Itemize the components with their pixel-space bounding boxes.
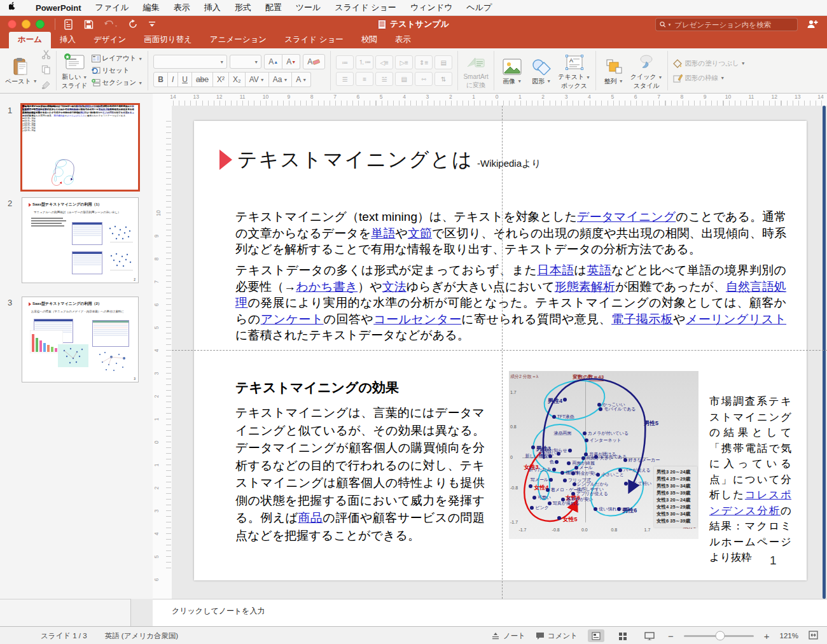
effect-heading[interactable]: テキストマイニングの効果 (235, 379, 399, 396)
menu-item-9[interactable]: ウィンドウ (403, 2, 460, 13)
menu-item-4[interactable]: 挿入 (197, 2, 228, 13)
redo-icon[interactable] (128, 19, 138, 29)
effect-paragraph[interactable]: テキストマイニングは、言葉的にはデータマイニングと似ているが、その効果は異なる。… (235, 404, 485, 544)
shrink-font-button[interactable]: A▼ (282, 54, 300, 69)
quick-styles-button[interactable]: クイック ▼ スタイル (630, 53, 663, 89)
slide-thumbnail-3[interactable]: Saas型テキストマイニングの利用（2） お客様への提案（マニュアルのメディア・… (22, 297, 139, 382)
clear-formatting-button[interactable]: A (303, 54, 325, 69)
hyperlink[interactable]: 単語 (371, 227, 395, 240)
hyperlink[interactable]: コールセンター (373, 312, 461, 326)
arrange-button[interactable]: 整列▼ (601, 57, 627, 85)
hyperlink[interactable]: 商品 (298, 511, 323, 524)
close-window-button[interactable] (8, 20, 17, 29)
format-button-abe[interactable]: abe (192, 72, 213, 87)
ribbon-tab[interactable]: 表示 (386, 32, 420, 48)
zoom-slider[interactable] (684, 635, 754, 637)
menu-item-5[interactable]: 形式 (228, 2, 258, 13)
hyperlink[interactable]: データマイニング (577, 210, 676, 223)
search-input[interactable] (673, 20, 793, 29)
horizontal-guide[interactable] (172, 350, 827, 351)
hyperlink[interactable]: わかち書き (296, 280, 358, 293)
picture-button[interactable]: 画像▼ (499, 57, 525, 85)
reset-button[interactable]: リセット (92, 66, 143, 75)
font-size-combobox[interactable]: ▼ (230, 55, 261, 69)
fit-slide-to-window-button[interactable] (809, 631, 818, 641)
slide-editing-surface[interactable]: テキストマイニングとは -Wikipediaより テキストマイニング（text … (194, 121, 807, 580)
hyperlink[interactable]: 電子掲示板 (611, 312, 673, 326)
menu-item-7[interactable]: ツール (289, 2, 328, 13)
layout-button[interactable]: レイアウト▼ (92, 54, 143, 63)
paste-button[interactable]: ペースト▼ (5, 57, 38, 85)
normal-view-button[interactable] (588, 629, 604, 642)
section-button[interactable]: セクション▼ (92, 78, 143, 87)
menu-item-1[interactable]: ファイル (88, 2, 136, 13)
hyperlink[interactable]: 英語 (587, 263, 611, 277)
menu-item-2[interactable]: 編集 (136, 2, 167, 13)
hyperlink[interactable]: アンケート (261, 312, 324, 326)
hyperlink[interactable]: 日本語 (537, 263, 574, 277)
new-presentation-icon[interactable] (64, 19, 74, 30)
menu-item-8[interactable]: スライド ショー (328, 2, 403, 13)
share-icon[interactable] (807, 19, 818, 32)
correspondence-analysis-chart[interactable]: 変数の数＝43 成分2 分散＝λ 成分1 男性3 20～24歳男性4 25～29… (509, 371, 698, 539)
format-button-X₂[interactable]: X₂ (229, 72, 246, 87)
body-paragraph-2[interactable]: テキストデータの多くは形式が定まっておらず、また日本語は英語などと比べて単語の境… (235, 262, 786, 344)
save-icon[interactable] (84, 20, 94, 29)
slide-thumbnail-2[interactable]: Saas型テキストマイニングの利用（1） マニュアルへの利用検討（ユーザーの製品… (22, 197, 139, 283)
menu-item-3[interactable]: 表示 (167, 2, 197, 13)
font-name-combobox[interactable]: ▼ (153, 55, 227, 69)
grow-font-button[interactable]: A▲ (264, 54, 282, 69)
vertical-guide[interactable] (502, 106, 503, 599)
hyperlink[interactable]: 文節 (408, 227, 432, 240)
zoom-window-button[interactable] (36, 20, 45, 29)
notes-toggle-button[interactable]: ノート (491, 631, 525, 641)
body-paragraph-1[interactable]: テキストマイニング（text mining）は、テキストを対象としたデータマイニ… (235, 209, 786, 258)
minimize-window-button[interactable] (22, 20, 31, 29)
notes-pane[interactable]: クリックしてノートを入力 (153, 599, 827, 627)
ribbon-tab[interactable]: 画面切り替え (135, 32, 201, 48)
format-button-A[interactable]: A▼ (292, 72, 311, 87)
slide-canvas[interactable]: テキストマイニングとは -Wikipediaより テキストマイニング（text … (172, 106, 827, 599)
chart-caption[interactable]: 市場調査系テキストマイニングの結果として「携帯電話で気に入っている点」について分… (709, 393, 791, 565)
notes-pane-divider[interactable] (130, 599, 131, 626)
ribbon-tab[interactable]: 挿入 (51, 32, 85, 48)
zoom-in-button[interactable]: + (764, 631, 770, 641)
format-button-U[interactable]: U (178, 72, 192, 87)
language-indicator[interactable]: 英語 (アメリカ合衆国) (105, 631, 178, 641)
ribbon-tab[interactable]: アニメーション (201, 32, 275, 48)
ribbon-tab[interactable]: デザイン (85, 32, 135, 48)
format-button-AV[interactable]: AV▼ (246, 72, 269, 87)
zoom-slider-knob[interactable] (716, 631, 725, 641)
comments-button[interactable]: コメント (536, 631, 578, 641)
format-button-Aa[interactable]: Aa▼ (269, 72, 293, 87)
slideshow-view-button[interactable] (641, 629, 658, 642)
search-box[interactable]: ▾ (655, 18, 798, 31)
point-label: ピンク (535, 505, 549, 510)
slide-title-block[interactable]: テキストマイニングとは -Wikipediaより (219, 146, 541, 173)
hyperlink[interactable]: メーリングリスト (686, 312, 786, 326)
menu-item-powerpoint[interactable]: PowerPoint (29, 3, 88, 13)
new-slide-button[interactable]: 新しい ▼ スライド (62, 53, 88, 89)
hyperlink[interactable]: 文法 (382, 280, 407, 293)
ribbon-tab[interactable]: スライド ショー (275, 32, 352, 48)
slide-thumbnail-1[interactable]: テキストマイニングとは -Wikipediaより テキストマイニング（text … (20, 103, 140, 192)
ribbon-tab[interactable]: 校閲 (352, 32, 386, 48)
ribbon-tab[interactable]: ホーム (9, 32, 51, 48)
format-button-X²[interactable]: X² (213, 72, 229, 87)
search-scope-caret[interactable]: ▾ (669, 22, 671, 27)
slide-editing-surface[interactable]: テキストマイニングとは -Wikipediaより テキストマイニング（text … (22, 105, 134, 186)
customize-toolbar-icon[interactable] (148, 20, 156, 28)
slide-sorter-view-button[interactable] (615, 629, 631, 642)
zoom-percentage[interactable]: 121% (780, 632, 798, 640)
menu-item-6[interactable]: 配置 (258, 2, 289, 13)
hyperlink[interactable]: 形態素解析 (555, 280, 615, 293)
zoom-out-button[interactable]: − (668, 631, 674, 641)
point-label: 色 (550, 459, 554, 465)
format-button-I[interactable]: I (168, 72, 178, 87)
textbox-button[interactable]: A テキスト ▼ ボックス (558, 53, 590, 89)
format-button-B[interactable]: B (153, 72, 168, 87)
vertical-scrollbar[interactable] (823, 106, 826, 599)
shapes-button[interactable]: 図形▼ (529, 57, 554, 85)
menu-item-10[interactable]: ヘルプ (459, 2, 499, 13)
apple-menu-icon[interactable] (9, 2, 17, 13)
